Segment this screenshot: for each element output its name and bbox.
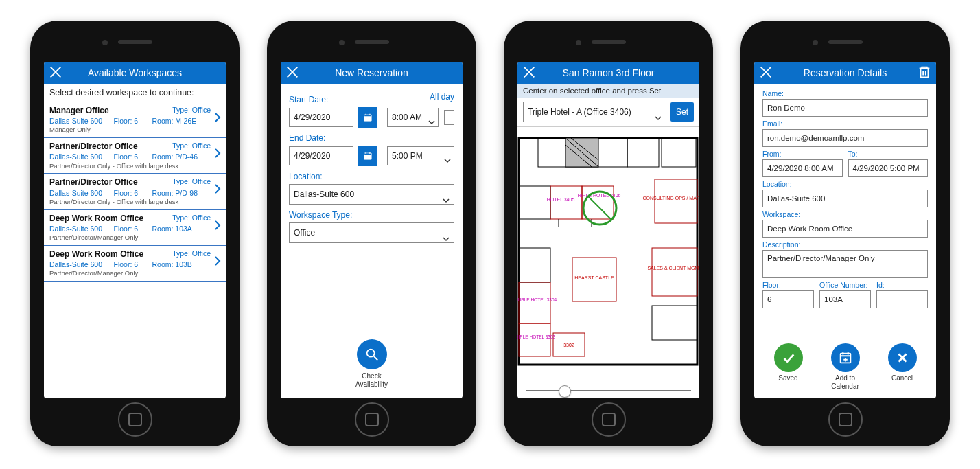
end-date-input[interactable]: 4/29/2020 bbox=[289, 146, 353, 165]
close-icon[interactable] bbox=[285, 65, 300, 80]
all-day-checkbox[interactable] bbox=[444, 110, 454, 125]
office-select-value: Triple Hotel - A (Office 3406) bbox=[528, 107, 631, 117]
saved-label: Saved bbox=[774, 374, 803, 382]
svg-line-32 bbox=[589, 197, 611, 219]
saved-button[interactable] bbox=[774, 343, 803, 372]
floor-label: Floor: bbox=[762, 281, 814, 289]
workspace-location: Dallas-Suite 600 bbox=[49, 116, 108, 126]
room-label: DOUBLE HOTEL 3304 bbox=[517, 297, 557, 302]
svg-rect-26 bbox=[519, 186, 550, 219]
end-time-select[interactable]: 5:00 PM bbox=[387, 146, 454, 165]
from-field[interactable]: 4/29/2020 8:00 AM bbox=[762, 159, 843, 177]
zoom-slider[interactable] bbox=[526, 390, 691, 391]
workspace-title: Manager Office bbox=[49, 105, 172, 116]
trash-icon[interactable] bbox=[917, 65, 932, 80]
workspace-room: Room: P/D-46 bbox=[152, 152, 211, 161]
workspace-room: Room: M-26E bbox=[152, 116, 211, 126]
location-field[interactable]: Dallas-Suite 600 bbox=[762, 190, 928, 207]
add-to-calendar-label: Add to Calendar bbox=[831, 374, 860, 390]
set-button[interactable]: Set bbox=[670, 102, 694, 122]
calendar-icon[interactable] bbox=[358, 146, 377, 166]
workspace-item[interactable]: Partner/Director OfficeType: OfficeDalla… bbox=[44, 138, 226, 174]
close-icon[interactable] bbox=[522, 65, 537, 80]
chevron-down-icon bbox=[655, 109, 662, 116]
svg-rect-34 bbox=[519, 282, 550, 323]
page-title: San Ramon 3rd Floor bbox=[563, 67, 655, 78]
close-icon[interactable] bbox=[758, 65, 773, 80]
check-availability-button[interactable] bbox=[357, 339, 387, 369]
office-number-field[interactable]: 103A bbox=[819, 290, 871, 308]
header-bar: Reservation Details bbox=[754, 62, 936, 84]
room-label: HEARST CASTLE bbox=[574, 275, 614, 280]
svg-rect-37 bbox=[519, 323, 550, 356]
end-time-value: 5:00 PM bbox=[392, 151, 423, 161]
check-availability-label: Check Availability bbox=[281, 372, 463, 389]
page-title: Available Workspaces bbox=[88, 67, 182, 78]
cancel-button[interactable] bbox=[888, 343, 917, 372]
workspace-type-value: Office bbox=[294, 228, 315, 238]
svg-rect-42 bbox=[921, 69, 929, 78]
chevron-right-icon bbox=[212, 183, 223, 194]
workspace-floor: Floor: 6 bbox=[114, 224, 147, 233]
chevron-right-icon bbox=[212, 148, 223, 159]
office-number-label: Office Number: bbox=[819, 281, 871, 289]
chevron-down-icon bbox=[443, 230, 450, 237]
description-field[interactable]: Partner/Director/Manager Only bbox=[762, 250, 928, 278]
office-select[interactable]: Triple Hotel - A (Office 3406) bbox=[523, 102, 666, 122]
svg-rect-39 bbox=[652, 306, 697, 340]
instruction-text: Select desired workspace to continue: bbox=[44, 84, 226, 102]
add-to-calendar-button[interactable] bbox=[831, 343, 860, 372]
floor-field[interactable]: 6 bbox=[762, 290, 814, 308]
location-select[interactable]: Dallas-Suite 600 bbox=[289, 184, 454, 205]
workspace-title: Partner/Director Office bbox=[49, 176, 172, 187]
workspace-type: Type: Office bbox=[172, 213, 211, 224]
start-date-label: Start Date: bbox=[289, 95, 430, 104]
close-icon[interactable] bbox=[48, 65, 63, 80]
chevron-down-icon bbox=[428, 114, 435, 121]
name-field[interactable]: Ron Demo bbox=[762, 99, 928, 117]
header-bar: San Ramon 3rd Floor bbox=[517, 62, 699, 84]
workspace-room: Room: 103B bbox=[152, 260, 211, 269]
room-label: SALES & CLIENT MGMT bbox=[647, 266, 699, 271]
calendar-icon[interactable] bbox=[358, 107, 377, 128]
start-time-select[interactable]: 8:00 AM bbox=[387, 108, 439, 127]
slider-thumb[interactable] bbox=[559, 385, 571, 398]
chevron-right-icon bbox=[212, 255, 223, 266]
room-label: TRIPLE HOTEL 3406 bbox=[574, 193, 620, 198]
header-bar: New Reservation bbox=[281, 62, 463, 84]
start-date-input[interactable]: 4/29/2020 bbox=[289, 108, 353, 127]
description-label: Description: bbox=[762, 240, 928, 249]
workspace-location: Dallas-Suite 600 bbox=[49, 188, 108, 198]
phone-frame: Available Workspaces Select desired work… bbox=[30, 21, 240, 446]
svg-rect-18 bbox=[519, 138, 697, 365]
id-field[interactable] bbox=[876, 290, 928, 308]
home-button[interactable] bbox=[592, 402, 626, 437]
workspace-item[interactable]: Deep Work Room OfficeType: OfficeDallas-… bbox=[44, 246, 226, 282]
svg-rect-36 bbox=[652, 248, 697, 296]
to-label: To: bbox=[848, 150, 929, 158]
svg-rect-25 bbox=[662, 138, 696, 167]
workspace-desc: Partner/Director Only - Office with larg… bbox=[49, 162, 211, 171]
workspace-type-select[interactable]: Office bbox=[289, 222, 454, 243]
workspace-type: Type: Office bbox=[172, 249, 211, 260]
workspace-room: Room: P/D-98 bbox=[152, 188, 211, 198]
workspace-item[interactable]: Deep Work Room OfficeType: OfficeDallas-… bbox=[44, 210, 226, 246]
workspace-location: Dallas-Suite 600 bbox=[49, 152, 108, 161]
location-label: Location: bbox=[289, 172, 454, 181]
workspace-item[interactable]: Partner/Director OfficeType: OfficeDalla… bbox=[44, 174, 226, 209]
workspace-desc: Partner/Director/Manager Only bbox=[49, 233, 211, 242]
floor-map[interactable]: HOTEL 3405 TRIPLE HOTEL 3406 CONSULTING … bbox=[517, 126, 699, 367]
home-button[interactable] bbox=[118, 402, 152, 437]
to-field[interactable]: 4/29/2020 5:00 PM bbox=[848, 159, 929, 177]
email-field[interactable]: ron.demo@demoamllp.com bbox=[762, 129, 928, 147]
workspace-type: Type: Office bbox=[172, 176, 211, 187]
home-button[interactable] bbox=[828, 402, 863, 437]
home-button[interactable] bbox=[355, 402, 389, 437]
workspace-item[interactable]: Manager OfficeType: OfficeDallas-Suite 6… bbox=[44, 102, 226, 138]
workspace-label: Workspace: bbox=[762, 210, 928, 218]
room-label: CONSULTING OPS / MARKET bbox=[642, 196, 699, 201]
workspace-title: Partner/Director Office bbox=[49, 141, 172, 152]
workspace-field[interactable]: Deep Work Room Office bbox=[762, 220, 928, 238]
chevron-down-icon bbox=[443, 192, 450, 198]
hint-text: Center on selected office and press Set bbox=[517, 84, 699, 98]
